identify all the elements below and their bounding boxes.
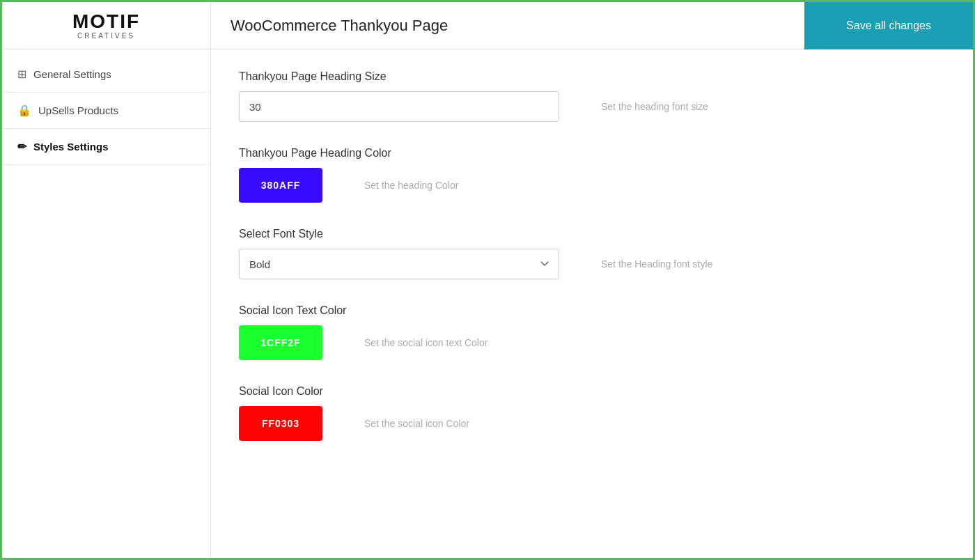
sidebar: ⊞ General Settings 🔒 UpSells Products ✏ … xyxy=(2,49,211,558)
field-row-font-style: Normal Bold Italic Bold Italic Set the H… xyxy=(239,249,945,279)
field-row-heading-size: Set the heading font size xyxy=(239,91,945,122)
social-icon-text-color-value: 1CFF2F xyxy=(260,337,300,348)
social-icon-color-picker[interactable]: FF0303 xyxy=(239,406,322,441)
field-hint-social-icon-color: Set the social icon Color xyxy=(364,418,469,429)
field-row-social-icon-text-color: 1CFF2F Set the social icon text Color xyxy=(239,325,945,360)
field-hint-heading-color: Set the heading Color xyxy=(364,180,458,191)
field-group-social-icon-text-color: Social Icon Text Color 1CFF2F Set the so… xyxy=(239,304,945,360)
social-icon-color-value: FF0303 xyxy=(262,418,299,429)
field-hint-font-style: Set the Heading font style xyxy=(601,258,712,270)
upsells-icon: 🔒 xyxy=(17,104,31,117)
field-group-font-style: Select Font Style Normal Bold Italic Bol… xyxy=(239,228,945,279)
logo-sub: CREATIVES xyxy=(72,32,140,40)
header: MOTIF CREATIVES WooCommerce Thankyou Pag… xyxy=(2,2,973,49)
sidebar-item-label: Styles Settings xyxy=(33,141,109,153)
logo: MOTIF CREATIVES xyxy=(72,11,140,40)
sidebar-item-styles-settings[interactable]: ✏ Styles Settings xyxy=(2,129,210,165)
social-icon-text-color-picker[interactable]: 1CFF2F xyxy=(239,325,322,360)
heading-color-picker[interactable]: 380AFF xyxy=(239,168,322,203)
field-group-heading-size: Thankyou Page Heading Size Set the headi… xyxy=(239,70,945,122)
field-group-heading-color: Thankyou Page Heading Color 380AFF Set t… xyxy=(239,147,945,203)
field-label-heading-size: Thankyou Page Heading Size xyxy=(239,70,945,83)
page-title: WooCommerce Thankyou Page xyxy=(211,17,804,35)
heading-size-input[interactable] xyxy=(239,91,559,122)
font-style-select[interactable]: Normal Bold Italic Bold Italic xyxy=(239,249,559,279)
field-label-social-icon-color: Social Icon Color xyxy=(239,385,945,398)
main-content: Thankyou Page Heading Size Set the headi… xyxy=(211,49,973,558)
field-row-social-icon-color: FF0303 Set the social icon Color xyxy=(239,406,945,441)
logo-main: MOTIF xyxy=(72,11,140,33)
field-label-heading-color: Thankyou Page Heading Color xyxy=(239,147,945,160)
styles-icon: ✏ xyxy=(17,140,26,153)
settings-icon: ⊞ xyxy=(17,68,26,81)
field-group-social-icon-color: Social Icon Color FF0303 Set the social … xyxy=(239,385,945,441)
field-label-font-style: Select Font Style xyxy=(239,228,945,240)
sidebar-item-general-settings[interactable]: ⊞ General Settings xyxy=(2,56,210,93)
field-label-social-icon-text-color: Social Icon Text Color xyxy=(239,304,945,317)
sidebar-item-label: UpSells Products xyxy=(38,104,118,116)
field-row-heading-color: 380AFF Set the heading Color xyxy=(239,168,945,203)
field-hint-heading-size: Set the heading font size xyxy=(601,101,708,112)
save-button[interactable]: Save all changes xyxy=(804,2,973,49)
sidebar-item-label: General Settings xyxy=(33,68,111,80)
logo-area: MOTIF CREATIVES xyxy=(2,2,211,49)
body-layout: ⊞ General Settings 🔒 UpSells Products ✏ … xyxy=(2,49,973,558)
field-hint-social-icon-text-color: Set the social icon text Color xyxy=(364,337,488,348)
heading-color-value: 380AFF xyxy=(261,180,301,191)
sidebar-item-upsells-products[interactable]: 🔒 UpSells Products xyxy=(2,93,210,129)
